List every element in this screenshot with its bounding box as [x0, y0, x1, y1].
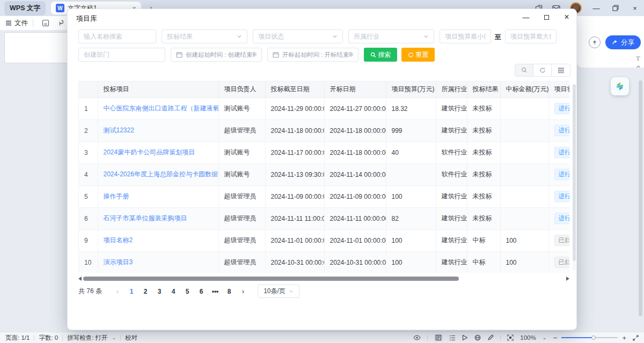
- project-name-cell[interactable]: 演示项目3: [98, 251, 218, 273]
- next-page-icon[interactable]: ›: [236, 287, 250, 295]
- fit-page-icon[interactable]: [507, 334, 514, 341]
- zoom-level[interactable]: 100%: [520, 334, 536, 341]
- open-date-cell: 2024-11-27 00:00:00: [324, 98, 386, 120]
- zoom-out-icon[interactable]: −: [553, 333, 557, 342]
- status-badge: 进行中: [554, 213, 570, 224]
- file-menu[interactable]: 文件: [5, 19, 28, 28]
- project-link[interactable]: 2024蒙牛奶卡公司品牌策划项目: [104, 148, 195, 156]
- window-restore-button[interactable]: [611, 5, 620, 11]
- dialog-close-button[interactable]: ×: [562, 12, 571, 22]
- document-vertical-scrollbar[interactable]: [639, 80, 642, 328]
- name-search-input[interactable]: 输入名称搜索: [78, 29, 156, 43]
- table-vertical-scrollbar[interactable]: [573, 84, 576, 271]
- table-horizontal-scrollbar[interactable]: [78, 275, 569, 281]
- page-number[interactable]: 4: [166, 288, 180, 295]
- owner-cell: 测试账号: [218, 98, 265, 120]
- hscroll-thumb[interactable]: [83, 277, 459, 281]
- floating-assistant-icon[interactable]: [611, 77, 629, 95]
- budget-min-input[interactable]: 项目预算最小值: [440, 29, 491, 43]
- project-link[interactable]: 演示项目3: [104, 258, 133, 266]
- chevron-down-icon: [289, 289, 294, 294]
- budget-max-input[interactable]: 项目预算最大值: [505, 29, 557, 43]
- row-index: 6: [79, 207, 98, 229]
- bid-deadline-cell: 2024-11-29 00:00:00: [265, 98, 324, 120]
- outline-view-icon[interactable]: [449, 335, 456, 341]
- page-numbers: 123456•••8: [125, 288, 236, 295]
- project-link[interactable]: 中心医院东南侧出口道路工程（新建液氧站侧）: [104, 105, 219, 112]
- ink-pen-icon[interactable]: [487, 334, 494, 341]
- project-name-cell[interactable]: 测试12322: [98, 120, 218, 141]
- window-close-button[interactable]: ×: [630, 4, 640, 12]
- fullscreen-icon[interactable]: [633, 335, 639, 341]
- cloud-upload-icon[interactable]: [589, 36, 601, 48]
- project-name-cell[interactable]: 项目名称2: [98, 229, 218, 251]
- table-search-toggle-icon[interactable]: [515, 64, 533, 76]
- ruler-toggle-icon[interactable]: [635, 56, 641, 61]
- calendar-icon: [273, 51, 279, 58]
- total-count: 共 76 条: [78, 287, 102, 296]
- export-pdf-icon[interactable]: [57, 19, 64, 27]
- spellcheck-chevron-icon[interactable]: ⌄: [112, 335, 116, 340]
- spellcheck-toggle[interactable]: 拼写检查: 打开: [67, 334, 107, 342]
- search-icon: [370, 52, 376, 58]
- budget-range-join: 至: [495, 33, 501, 42]
- search-button[interactable]: 搜索: [364, 48, 397, 62]
- project-name-cell[interactable]: 中心医院东南侧出口道路工程（新建液氧站侧）: [98, 98, 218, 120]
- bid-result-cell: 未投标: [467, 120, 500, 141]
- window-minimize-button[interactable]: —: [591, 4, 601, 12]
- project-name-cell[interactable]: 石河子市某单位服装采购项目: [98, 207, 218, 229]
- scroll-left-icon[interactable]: [78, 277, 82, 281]
- page-ellipsis[interactable]: •••: [208, 288, 222, 295]
- zoom-in-icon[interactable]: +: [622, 334, 626, 342]
- proofread-button[interactable]: 校对: [125, 334, 137, 342]
- eye-protect-icon[interactable]: [413, 335, 421, 340]
- column-header: 投标结果: [467, 81, 500, 98]
- search-button-label: 搜索: [378, 50, 391, 59]
- print-layout-view-icon[interactable]: [434, 334, 443, 341]
- project-status-select[interactable]: 项目状态: [253, 29, 343, 43]
- create-time-range-picker[interactable]: 创建起始时间 : 创建结束时间: [171, 48, 262, 62]
- page-indicator: 页面: 1/1: [5, 334, 30, 342]
- dialog-maximize-button[interactable]: [542, 13, 551, 21]
- play-presentation-icon[interactable]: [462, 334, 468, 341]
- web-layout-icon[interactable]: [474, 334, 481, 341]
- project-name-cell[interactable]: 2024蒙牛奶卡公司品牌策划项目: [98, 141, 218, 163]
- save-icon[interactable]: [42, 19, 49, 27]
- bid-result-select[interactable]: 投标结果: [162, 29, 247, 43]
- open-time-range-picker[interactable]: 开标起始时间 : 开标结束时间: [267, 48, 358, 62]
- status-cell: 进行中: [548, 98, 569, 120]
- status-cell: 已归档: [548, 251, 569, 273]
- page-number[interactable]: 6: [194, 288, 208, 295]
- project-table-wrap: 投标项目项目负责人投标截至日期开标日期项目预算(万元)所属行业投标结果中标金额(…: [78, 81, 569, 273]
- reset-button[interactable]: 重置: [401, 48, 435, 62]
- page-number[interactable]: 2: [138, 288, 152, 295]
- page-number[interactable]: 5: [180, 288, 194, 295]
- page-size-select[interactable]: 10条/页: [258, 285, 299, 298]
- project-link[interactable]: 2024-2026年度上海总部金控与卡园数据中心食材供应项: [104, 170, 219, 178]
- open-date-cell: 2024-11-01 00:00:00: [324, 229, 386, 251]
- project-name-cell[interactable]: 操作手册: [98, 185, 218, 207]
- zoom-slider[interactable]: [561, 337, 618, 338]
- industry-select[interactable]: 所属行业: [348, 29, 434, 43]
- page-number[interactable]: 1: [125, 288, 138, 295]
- create-dept-input[interactable]: 创建部门: [78, 48, 165, 62]
- share-button[interactable]: 分享: [605, 35, 641, 49]
- word-count[interactable]: 字数: 0: [39, 334, 58, 342]
- table-columns-icon[interactable]: [552, 64, 570, 76]
- zoom-chevron-icon[interactable]: ⌄: [543, 335, 547, 340]
- project-link[interactable]: 石河子市某单位服装采购项目: [104, 214, 187, 222]
- project-link[interactable]: 操作手册: [104, 192, 129, 200]
- project-link[interactable]: 项目名称2: [104, 236, 133, 244]
- app-home-tab[interactable]: WPS 文字: [4, 1, 46, 16]
- status-badge: 进行中: [554, 169, 570, 180]
- prev-page-icon[interactable]: ‹: [111, 287, 125, 295]
- dialog-minimize-button[interactable]: —: [522, 13, 530, 21]
- page-number[interactable]: 3: [152, 288, 166, 295]
- project-name-cell[interactable]: 2024-2026年度上海总部金控与卡园数据中心食材供应项: [98, 163, 218, 185]
- project-link[interactable]: 测试12322: [104, 126, 134, 134]
- scroll-top-icon[interactable]: [636, 64, 641, 69]
- page-number[interactable]: 8: [222, 288, 236, 295]
- column-header: 开标日期: [324, 81, 386, 98]
- scroll-right-icon[interactable]: [566, 277, 569, 281]
- table-refresh-icon[interactable]: [533, 64, 552, 76]
